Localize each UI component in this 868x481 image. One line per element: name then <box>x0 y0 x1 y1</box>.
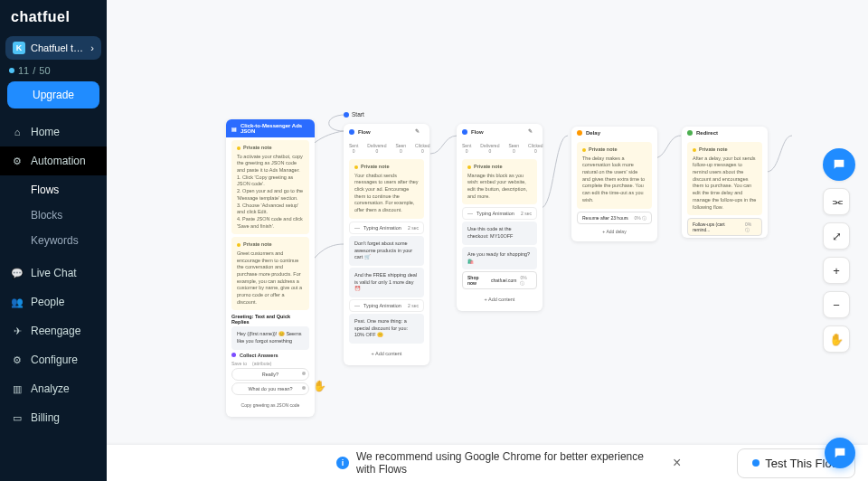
close-icon[interactable]: × <box>673 455 681 471</box>
delay-dot-icon <box>577 130 582 136</box>
typing-animation[interactable]: ⋯Typing Animation2 sec <box>349 222 424 234</box>
nav-livechat[interactable]: 💬Live Chat <box>0 259 107 288</box>
edit-icon[interactable]: ✎ <box>415 127 424 137</box>
private-note[interactable]: Private noteAfter a delay, your bot send… <box>687 142 762 215</box>
nav-configure-label: Configure <box>31 354 78 366</box>
quick-reply[interactable]: What do you mean? <box>231 382 309 395</box>
subnav-flows[interactable]: Flows <box>25 177 107 203</box>
private-note[interactable]: Private noteThe delay makes a conversati… <box>577 142 652 209</box>
home-icon: ⌂ <box>11 126 24 138</box>
edit-icon[interactable]: ✎ <box>528 127 537 137</box>
node-redirect-header[interactable]: Redirect <box>682 127 768 139</box>
typing-animation[interactable]: ⋯Typing Animation2 sec <box>349 299 424 312</box>
subnav-keywords[interactable]: Keywords <box>25 228 107 253</box>
node-redirect[interactable]: Redirect Private noteAfter a delay, your… <box>682 127 768 238</box>
start-node[interactable]: Start <box>344 111 364 118</box>
message-card[interactable]: Use this code at the checkout: MY10OFF <box>462 222 537 244</box>
project-switcher[interactable]: K Chatfuel tem... › <box>5 36 101 60</box>
zoom-in-button[interactable]: + <box>823 257 850 284</box>
nav-configure[interactable]: ⚙Configure <box>0 345 107 374</box>
node-flow-1[interactable]: Flow✎ Sent0 Delivered0 Seen0 Clicked0 Pr… <box>344 124 429 365</box>
node-flow-2-title: Flow <box>471 129 484 135</box>
node-ads-json-header[interactable]: ▤Click-to-Messenger Ads JSON <box>226 119 315 137</box>
quick-reply-label: Really? <box>262 372 278 377</box>
private-note-label: Private note <box>582 146 646 154</box>
nav-livechat-label: Live Chat <box>31 267 77 279</box>
nav-people[interactable]: 👥People <box>0 288 107 316</box>
flow-canvas[interactable]: ✋ Start ▤Click-to-Messenger Ads JSON Pri… <box>107 0 868 445</box>
share-button[interactable]: ⫘ <box>823 188 850 215</box>
nav-reengage-label: Reengage <box>31 325 80 337</box>
pan-cursor-icon: ✋ <box>313 380 326 392</box>
project-name: Chatfuel tem... <box>31 42 85 53</box>
private-note-body: To activate your chatbot, copy the greet… <box>237 154 304 231</box>
node-ads-json-title: Click-to-Messenger Ads JSON <box>241 123 309 134</box>
stat-value: 0 <box>375 148 378 154</box>
collect-answers-block[interactable]: Collect Answers <box>231 353 309 358</box>
support-chat-button[interactable] <box>825 438 855 468</box>
flow-stats: Sent0 Delivered0 Seen0 Clicked0 <box>457 140 542 156</box>
bottom-bar: i We recommend using Google Chrome for b… <box>107 445 868 481</box>
quick-reply[interactable]: Really? <box>231 368 309 381</box>
delay-resume-row[interactable]: Resume after 23 hours0% ⓘ <box>577 212 652 224</box>
shop-button-card[interactable]: Shop nowchatfuel.com0% ⓘ <box>462 271 537 289</box>
typing-label: Typing Animation <box>476 211 514 216</box>
add-content-button[interactable]: + Add content <box>349 347 424 360</box>
private-note[interactable]: Private noteGreet customers and encourag… <box>231 237 309 310</box>
node-flow-1-title: Flow <box>358 129 371 135</box>
private-note-body: Greet customers and encourage them to co… <box>237 250 304 307</box>
connector-dot-icon[interactable] <box>302 386 306 390</box>
private-note-body: After a delay, your bot sends follow-up … <box>693 156 757 212</box>
zoom-out-button[interactable]: − <box>823 291 850 318</box>
message-card[interactable]: And the FREE shipping deal is valid for … <box>349 268 424 297</box>
node-flow-2-header[interactable]: Flow✎ <box>457 124 542 140</box>
flow-stats: Sent0 Delivered0 Seen0 Clicked0 <box>344 140 429 156</box>
info-icon: i <box>336 457 349 469</box>
node-flow-1-header[interactable]: Flow✎ <box>344 124 429 140</box>
shop-button-label: Shop now <box>467 275 487 286</box>
nav-people-label: People <box>31 296 64 308</box>
nav-billing[interactable]: ▭Billing <box>0 403 107 432</box>
message-card[interactable]: Don't forget about some awesome products… <box>349 236 424 266</box>
card-icon: ▭ <box>11 411 24 424</box>
node-flow-2[interactable]: Flow✎ Sent0 Delivered0 Seen0 Clicked0 Pr… <box>457 124 542 311</box>
nav-reengage[interactable]: ✈Reengage <box>0 316 107 345</box>
nav-analyze[interactable]: ▥Analyze <box>0 374 107 403</box>
node-delay-header[interactable]: Delay <box>571 127 657 139</box>
info-banner: i We recommend using Google Chrome for b… <box>336 450 681 476</box>
stat-value: 0 <box>353 148 355 154</box>
nav: ⌂Home ⚙Automation Flows Blocks Keywords … <box>0 118 107 432</box>
private-note-body: Manage this block as you wish: embed you… <box>467 173 532 201</box>
help-button[interactable] <box>823 148 855 181</box>
node-ads-json[interactable]: ▤Click-to-Messenger Ads JSON Private not… <box>226 119 315 417</box>
upgrade-button[interactable]: Upgrade <box>7 81 99 108</box>
stat-value: 0 <box>466 148 468 154</box>
greeting-section-header: Greeting: Text and Quick Replies <box>231 314 309 325</box>
node-delay[interactable]: Delay Private noteThe delay makes a conv… <box>571 127 657 241</box>
pan-tool-button[interactable]: ✋ <box>823 325 850 353</box>
flow-dot-icon <box>462 129 467 135</box>
connector-dot-icon[interactable] <box>302 372 306 375</box>
quota-sep: / <box>33 65 35 76</box>
flow-dot-icon <box>349 129 354 135</box>
private-note[interactable]: Private noteManage this block as you wis… <box>462 159 537 204</box>
fit-view-button[interactable]: ⤢ <box>823 222 850 250</box>
greeting-message[interactable]: Hey {{first name}}! 😊 Seems like you for… <box>231 326 309 349</box>
save-to-row[interactable]: Save to(attribute) <box>231 361 309 366</box>
stat-value: 0 <box>400 148 402 154</box>
typing-label: Typing Animation <box>363 303 401 308</box>
typing-animation[interactable]: ⋯Typing Animation2 sec <box>462 207 537 220</box>
stat-value: 0 <box>513 148 515 154</box>
message-card[interactable]: Are you ready for shopping? 🛍️ <box>462 247 537 269</box>
quota-dot-icon <box>9 68 14 73</box>
nav-home[interactable]: ⌂Home <box>0 118 107 146</box>
nav-automation[interactable]: ⚙Automation <box>0 146 107 175</box>
add-content-button[interactable]: + Add content <box>462 293 537 306</box>
subnav-blocks[interactable]: Blocks <box>25 203 107 228</box>
copy-json-button[interactable]: Copy greeting as JSON code <box>231 399 309 411</box>
private-note[interactable]: Private noteYour chatbot sends messages … <box>349 159 424 219</box>
private-note[interactable]: Private noteTo activate your chatbot, co… <box>231 140 309 234</box>
message-card[interactable]: Psst. One more thing: a special discount… <box>349 314 424 344</box>
add-delay-button[interactable]: + Add delay <box>577 226 652 237</box>
redirect-flow-row[interactable]: Follow-ups (cart remind...0% ⓘ <box>687 218 762 236</box>
